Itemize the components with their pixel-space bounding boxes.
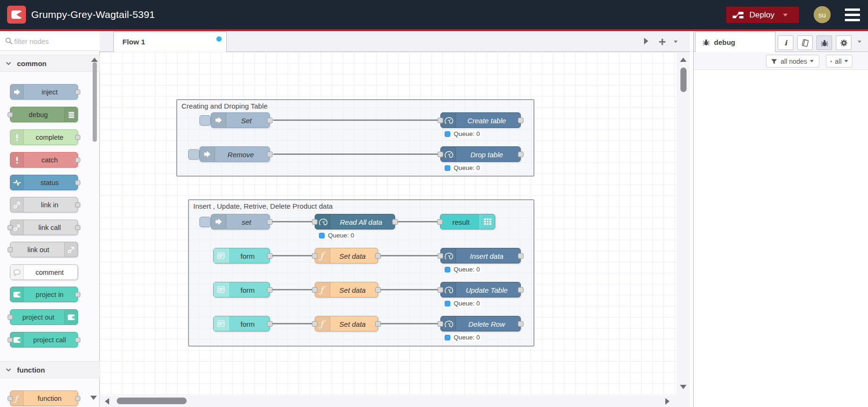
palette-node-project-out[interactable]: project out: [10, 309, 78, 325]
wire[interactable]: [272, 323, 313, 324]
output-port[interactable]: [75, 202, 80, 207]
debug-filter-button[interactable]: all nodes: [766, 55, 819, 68]
wire[interactable]: [380, 323, 438, 324]
scroll-right-icon[interactable]: [665, 398, 670, 405]
tab-scroll-right-icon[interactable]: [644, 38, 648, 44]
node-form[interactable]: form: [213, 282, 270, 297]
node-inject-set-lower[interactable]: set: [211, 214, 270, 229]
node-pg-drop-table[interactable]: Drop table: [440, 146, 521, 162]
palette-node-status[interactable]: status: [10, 175, 78, 190]
palette-node-link-in[interactable]: link in: [10, 197, 78, 212]
input-port[interactable]: [438, 152, 443, 157]
output-port[interactable]: [75, 89, 80, 94]
palette-node-debug[interactable]: debug: [10, 107, 78, 122]
inject-button[interactable]: [199, 115, 211, 126]
palette-node-comment[interactable]: comment: [10, 264, 78, 280]
sidebar-options-caret-icon[interactable]: [858, 41, 861, 43]
tab-debug[interactable]: debug: [695, 32, 775, 52]
flow-list-caret-icon[interactable]: [674, 41, 678, 43]
debug-tab-button[interactable]: [816, 35, 832, 50]
output-port[interactable]: [267, 118, 273, 123]
palette-node-inject[interactable]: inject: [10, 84, 78, 100]
input-port[interactable]: [438, 287, 443, 293]
palette-node-function[interactable]: function: [10, 390, 78, 406]
output-port[interactable]: [518, 253, 524, 259]
palette-scroll-down-icon[interactable]: [90, 396, 97, 400]
info-tab-button[interactable]: [778, 35, 793, 50]
output-port[interactable]: [75, 337, 80, 342]
wire[interactable]: [273, 153, 439, 155]
inject-button[interactable]: [188, 149, 199, 160]
wire[interactable]: [272, 221, 313, 222]
user-avatar[interactable]: su: [814, 6, 831, 23]
input-port[interactable]: [312, 219, 318, 225]
help-tab-button[interactable]: [797, 35, 813, 50]
palette-node-project-in[interactable]: project in: [10, 287, 78, 302]
node-pg-delete-row[interactable]: Delete Row: [440, 316, 521, 331]
input-port[interactable]: [312, 321, 318, 327]
input-port[interactable]: [8, 396, 13, 401]
palette-node-link-call[interactable]: link call: [10, 220, 78, 235]
output-port[interactable]: [267, 152, 273, 157]
node-pg-read-all-data[interactable]: Read All data: [315, 214, 395, 229]
scroll-down-icon[interactable]: [680, 385, 687, 389]
deploy-options-caret-icon[interactable]: [783, 14, 788, 17]
output-port[interactable]: [75, 292, 80, 297]
tab-flow-1[interactable]: Flow 1: [113, 32, 227, 52]
palette-node-link-out[interactable]: link out: [10, 242, 78, 257]
input-port[interactable]: [437, 219, 443, 225]
output-port[interactable]: [267, 321, 273, 327]
config-tab-button[interactable]: [836, 35, 851, 50]
node-function-set-data[interactable]: Set data: [315, 282, 378, 297]
output-port[interactable]: [518, 152, 524, 157]
horizontal-scroll-thumb[interactable]: [117, 398, 187, 404]
wire[interactable]: [380, 255, 438, 256]
palette-scroll-up-icon[interactable]: [91, 58, 98, 62]
scroll-left-icon[interactable]: [105, 398, 109, 405]
main-menu-button[interactable]: [845, 8, 860, 21]
canvas-vertical-scrollbar[interactable]: [677, 52, 690, 396]
output-port[interactable]: [375, 253, 381, 259]
node-function-set-data[interactable]: Set data: [315, 316, 378, 331]
input-port[interactable]: [8, 225, 13, 230]
input-port[interactable]: [312, 287, 318, 293]
output-port[interactable]: [518, 321, 524, 327]
palette-scrollbar[interactable]: [93, 62, 97, 142]
output-port[interactable]: [75, 135, 80, 140]
palette-category-common[interactable]: common: [0, 55, 100, 72]
debug-messages-panel[interactable]: [694, 70, 868, 407]
input-port[interactable]: [8, 247, 13, 252]
node-inject-set[interactable]: Set: [211, 112, 270, 128]
palette-category-function[interactable]: function: [0, 361, 100, 378]
input-port[interactable]: [8, 112, 13, 117]
output-port[interactable]: [518, 287, 524, 293]
node-pg-insert-data[interactable]: Insert data: [440, 248, 521, 263]
output-port[interactable]: [375, 321, 381, 327]
palette-node-complete[interactable]: complete: [10, 129, 78, 145]
input-port[interactable]: [438, 118, 443, 123]
node-pg-update-table[interactable]: Update Table: [440, 282, 521, 297]
wire[interactable]: [273, 119, 439, 121]
flow-canvas[interactable]: Creating and Droping Table Set Create ta…: [100, 52, 677, 396]
canvas-horizontal-scrollbar[interactable]: [100, 396, 677, 407]
input-port[interactable]: [312, 253, 318, 259]
node-inject-remove[interactable]: Remove: [199, 146, 270, 162]
output-port[interactable]: [75, 180, 80, 185]
node-function-set-data[interactable]: Set data: [315, 248, 378, 263]
node-form[interactable]: form: [213, 248, 270, 263]
wire[interactable]: [272, 255, 313, 256]
input-port[interactable]: [438, 253, 443, 259]
output-port[interactable]: [518, 118, 524, 123]
output-port[interactable]: [375, 287, 381, 293]
node-pg-create-table[interactable]: Create table: [440, 112, 521, 128]
deploy-button[interactable]: Deploy: [726, 6, 799, 24]
output-port[interactable]: [267, 219, 273, 225]
input-port[interactable]: [8, 314, 13, 320]
output-port[interactable]: [75, 157, 80, 162]
wire[interactable]: [272, 289, 313, 290]
output-port[interactable]: [267, 253, 273, 259]
input-port[interactable]: [438, 321, 443, 327]
input-port[interactable]: [8, 337, 13, 342]
output-port[interactable]: [75, 225, 80, 230]
output-port[interactable]: [392, 219, 398, 225]
